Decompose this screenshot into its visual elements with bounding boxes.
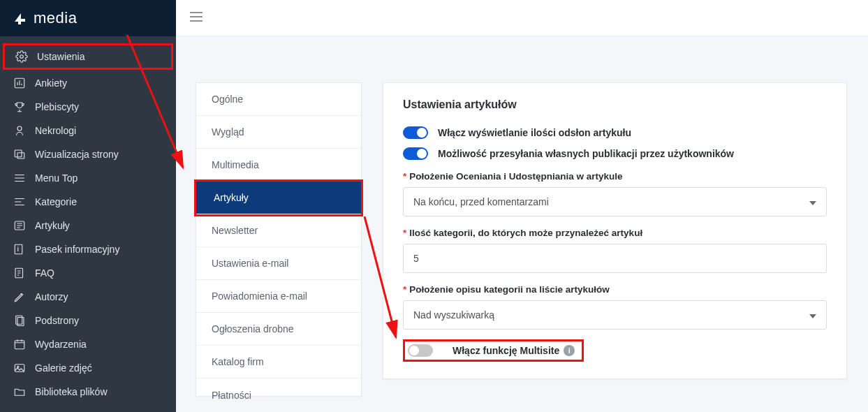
gallery-icon [13,361,27,375]
highlight-ustawienia: Ustawienia [3,43,173,70]
subnav-item-platnosci[interactable]: Płatności [196,378,361,411]
faq-icon [13,266,27,280]
content-wrap: Ogólne Wygląd Multimedia Artykuły Newsle… [196,82,847,412]
subnav-label: Powiadomienia e-mail [212,290,307,302]
subnav-item-multimedia[interactable]: Multimedia [196,149,361,182]
gear-icon [15,50,29,64]
subnav-label: Multimedia [212,159,259,170]
panel-title: Ustawienia artykułów [403,98,827,111]
sidebar-item-autorzy[interactable]: Autorzy [0,285,176,309]
chevron-down-icon [809,196,816,207]
categories-icon [13,195,27,209]
sidebar-item-ustawienia[interactable]: Ustawienia [5,45,171,68]
label-text: Położenie opisu kategorii na liście arty… [409,284,610,295]
chevron-down-icon [809,309,816,321]
sidebar-item-nekrologi[interactable]: Nekrologi [0,119,176,142]
sidebar-item-label: FAQ [35,267,54,279]
sidebar: media Ustawienia Ankiety Plebiscyty Nekr… [0,0,176,412]
toggle-row-publications: Możliwość przesyłania własnych publikacj… [403,147,827,160]
sidebar-item-label: Wydarzenia [35,339,87,350]
label-text: Położenie Oceniania i Udostępniania w ar… [409,171,622,182]
sidebar-item-label: Pasek informacyjny [35,244,119,255]
sidebar-item-label: Autorzy [35,291,68,302]
pen-icon [13,290,27,304]
highlight-artykuly-subnav: Artykuły [194,179,363,216]
toggle-label: Włącz wyświetlanie ilości odsłon artykuł… [438,127,631,138]
sidebar-item-menu-top[interactable]: Menu Top [0,166,176,190]
calendar-icon [13,337,27,351]
sidebar-item-label: Podstrony [35,315,79,326]
input-category-count[interactable]: 5 [403,244,827,273]
settings-panel: Ustawienia artykułów Włącz wyświetlanie … [383,82,847,379]
sidebar-item-faq[interactable]: FAQ [0,261,176,285]
sidebar-item-label: Menu Top [35,172,78,184]
folder-icon [13,385,27,399]
subnav-item-artykuly[interactable]: Artykuły [196,182,361,214]
layout-icon [13,147,27,161]
sidebar-item-label: Artykuły [35,220,70,231]
toggle-publications[interactable] [403,147,428,160]
subnav-label: Ogólne [212,94,243,105]
settings-subnav: Ogólne Wygląd Multimedia Artykuły Newsle… [196,82,362,397]
pages-icon [13,314,27,328]
select-desc-position[interactable]: Nad wyszukiwarką [403,300,827,330]
field-category-count: *Ilość kategorii, do których może przyna… [403,228,827,273]
subnav-item-powiadomienia[interactable]: Powiadomienia e-mail [196,280,361,313]
subnav-item-katalog[interactable]: Katalog firm [196,346,361,378]
hamburger-icon[interactable] [190,12,203,24]
field-label: *Położenie Oceniania i Udostępniania w a… [403,171,827,182]
highlight-multisite: Włącz funkcję Multisite i [403,339,584,362]
svg-rect-3 [15,150,22,157]
toggle-row-views: Włącz wyświetlanie ilości odsłon artykuł… [403,126,827,139]
field-desc-position: *Położenie opisu kategorii na liście art… [403,284,827,330]
subnav-label: Katalog firm [212,356,264,367]
select-value: Na końcu, przed komentarzami [413,196,549,207]
toggle-label: Włącz funkcję Multisite [453,345,559,356]
toggle-multisite[interactable] [408,344,433,357]
toggle-views[interactable] [403,126,428,139]
sidebar-item-pasek[interactable]: Pasek informacyjny [0,237,176,261]
sidebar-item-galerie[interactable]: Galerie zdjęć [0,356,176,380]
sidebar-item-biblioteka[interactable]: Biblioteka plików [0,380,176,404]
sidebar-item-label: Nekrologi [35,125,76,136]
svg-rect-6 [15,244,22,254]
sidebar-item-wizualizacja[interactable]: Wizualizacja strony [0,142,176,166]
sidebar-item-label: Ustawienia [37,51,84,62]
brand-text: media [34,9,77,27]
sidebar-nav: Ustawienia Ankiety Plebiscyty Nekrologi … [0,36,176,404]
sidebar-item-label: Kategorie [35,196,77,207]
sidebar-item-label: Plebiscyty [35,101,79,112]
subnav-item-ogloszenia[interactable]: Ogłoszenia drobne [196,313,361,346]
label-text: Ilość kategorii, do których może przynal… [409,228,642,238]
sidebar-item-podstrony[interactable]: Podstrony [0,309,176,332]
subnav-item-ustawienia-email[interactable]: Ustawienia e-mail [196,247,361,280]
sidebar-item-label: Ankiety [35,78,67,89]
toggle-label: Możliwość przesyłania własnych publikacj… [438,148,734,159]
menu-icon [13,171,27,185]
subnav-label: Ogłoszenia drobne [212,323,294,334]
subnav-item-wyglad[interactable]: Wygląd [196,116,361,149]
info-icon[interactable]: i [564,345,575,356]
subnav-label: Artykuły [214,192,249,203]
sidebar-item-artykuly[interactable]: Artykuły [0,214,176,237]
field-label: *Ilość kategorii, do których może przyna… [403,228,827,238]
sidebar-item-ankiety[interactable]: Ankiety [0,71,176,95]
sidebar-item-label: Wizualizacja strony [35,149,119,160]
sidebar-item-kategorie[interactable]: Kategorie [0,190,176,214]
select-rating-position[interactable]: Na końcu, przed komentarzami [403,187,827,216]
subnav-label: Ustawienia e-mail [212,258,288,269]
news-icon [13,219,27,233]
sidebar-item-plebiscyty[interactable]: Plebiscyty [0,95,176,119]
subnav-item-newsletter[interactable]: Newsletter [196,214,361,247]
svg-rect-10 [15,341,24,349]
sidebar-item-label: Biblioteka plików [35,386,108,397]
sidebar-item-wydarzenia[interactable]: Wydarzenia [0,332,176,356]
brand-logo: media [0,0,176,36]
sidebar-item-label: Galerie zdjęć [35,362,92,374]
field-label: *Położenie opisu kategorii na liście art… [403,284,827,295]
subnav-item-ogolne[interactable]: Ogólne [196,83,361,116]
main-area: Ogólne Wygląd Multimedia Artykuły Newsle… [176,0,868,412]
topbar [176,0,868,36]
select-value: Nad wyszukiwarką [413,309,494,321]
svg-rect-4 [17,153,24,159]
